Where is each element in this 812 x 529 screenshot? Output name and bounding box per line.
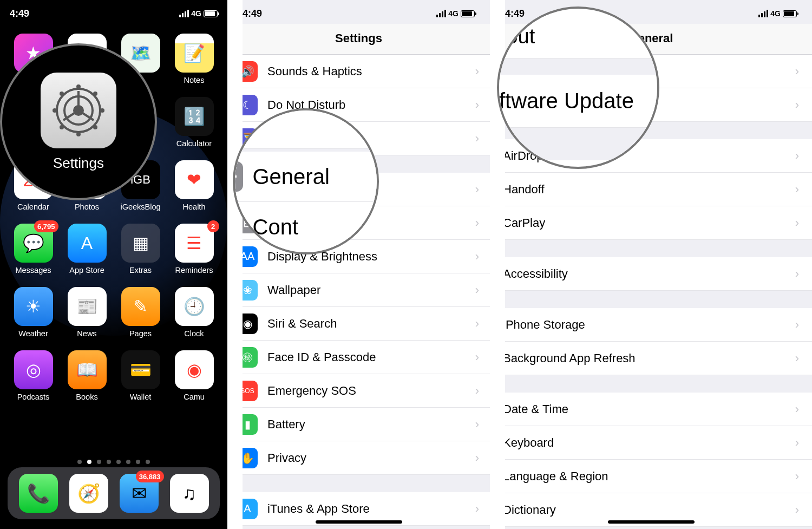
mag-row-software-update[interactable]: Software Update [497, 75, 659, 128]
app-label: Calendar [17, 203, 49, 211]
page-dots[interactable] [0, 460, 227, 464]
badge: 2 [207, 220, 219, 232]
general-row-iphone-storage[interactable]: iPhone Storage [490, 308, 812, 342]
status-network: 4G [448, 9, 459, 18]
chevron-icon [795, 351, 799, 365]
app-reminders[interactable]: ☰2Reminders [171, 224, 218, 286]
signal-icon [179, 10, 189, 17]
app-label: App Store [69, 266, 104, 275]
status-bar: 4:49 4G [0, 0, 227, 24]
app-label: Wallet [130, 393, 152, 401]
general-row-carplay[interactable]: CarPlay [490, 206, 812, 240]
svg-point-9 [93, 125, 97, 129]
mag-label-general: General [253, 165, 330, 189]
general-row-background-app-refresh[interactable]: Background App Refresh [490, 342, 812, 375]
app-label: Camu [184, 393, 205, 401]
settings-row-face-id-passcode[interactable]: ㊙Face ID & Passcode [227, 341, 490, 374]
app-clock[interactable]: 🕘Clock [171, 287, 218, 349]
row-label: Battery [267, 417, 475, 432]
row-label: Language & Region [503, 469, 795, 484]
status-right: 4G [179, 9, 218, 18]
settings-panel: 4:49 4G Settings 🔊Sounds & Haptics☾Do No… [227, 0, 490, 529]
status-network: 4G [191, 9, 201, 18]
settings-row-siri-search[interactable]: ◉Siri & Search [227, 307, 490, 341]
app-pages[interactable]: ✎Pages [117, 287, 164, 349]
page-dot[interactable] [146, 460, 150, 464]
chevron-icon [475, 216, 479, 230]
svg-point-8 [100, 108, 104, 113]
status-time: 4:49 [10, 8, 29, 19]
mag-row-general[interactable]: General [233, 152, 379, 202]
dock-safari[interactable]: 🧭 [69, 474, 108, 513]
app-label: Clock [184, 329, 204, 338]
dock-music[interactable]: ♫ [170, 474, 209, 513]
appstore-icon: A [68, 224, 107, 263]
general-row-keyboard[interactable]: Keyboard [490, 426, 812, 460]
battery-icon [461, 10, 475, 17]
chevron-icon [795, 436, 799, 450]
dock-phone[interactable]: 📞 [19, 474, 58, 513]
app-wallet[interactable]: 💳Wallet [117, 350, 164, 413]
clock-icon: 🕘 [175, 287, 214, 326]
app-notes[interactable]: 📝Notes [171, 34, 218, 96]
page-dot[interactable] [97, 460, 101, 464]
chevron-icon [795, 318, 799, 332]
app-news[interactable]: 📰News [63, 287, 110, 349]
home-indicator[interactable] [608, 520, 695, 524]
general-row-date-time[interactable]: Date & Time [490, 393, 812, 426]
extras-icon: ▦ [121, 224, 160, 263]
general-row-language-region[interactable]: Language & Region [490, 460, 812, 493]
app-messages[interactable]: 💬6,795Messages [10, 224, 57, 286]
page-dot[interactable] [87, 460, 91, 464]
row-label: Wallpaper [267, 283, 475, 297]
page-dot[interactable] [107, 460, 111, 464]
app-label: Photos [75, 203, 99, 211]
app-label: Notes [184, 76, 205, 84]
gear-icon [233, 161, 243, 192]
dock-mail[interactable]: ✉36,883 [120, 474, 159, 513]
section-gap [490, 240, 812, 257]
app-label: Reminders [175, 266, 213, 275]
general-row-accessibility[interactable]: Accessibility [490, 257, 812, 291]
row-label: Handoff [503, 182, 795, 197]
wallet-icon: 💳 [121, 350, 160, 389]
settings-app-label: Settings [53, 155, 104, 172]
chevron-icon [475, 98, 479, 112]
settings-row-do-not-disturb[interactable]: ☾Do Not Disturb [227, 88, 490, 122]
settings-app-icon[interactable] [41, 73, 116, 148]
signal-icon [758, 10, 768, 17]
page-dot[interactable] [136, 460, 140, 464]
app-extras[interactable]: ▦Extras [117, 224, 164, 286]
page-dot[interactable] [126, 460, 130, 464]
settings-row-display-brightness[interactable]: AADisplay & Brightness [227, 240, 490, 273]
home-indicator[interactable] [316, 520, 402, 524]
svg-point-11 [60, 125, 64, 129]
page-dot[interactable] [116, 460, 121, 464]
chevron-icon [795, 503, 799, 517]
svg-point-6 [76, 84, 81, 89]
chevron-icon [795, 98, 799, 112]
svg-point-10 [76, 132, 81, 136]
status-time: 4:49 [505, 8, 525, 19]
app-books[interactable]: 📖Books [63, 350, 110, 413]
app-camu[interactable]: ◉Camu [171, 350, 218, 413]
settings-row-sounds-haptics[interactable]: 🔊Sounds & Haptics [227, 55, 490, 88]
app-label: Health [183, 203, 206, 211]
magnifier-software-update-row: About Software Update [497, 6, 659, 169]
section-gap [227, 475, 490, 492]
app-label: News [77, 329, 96, 338]
app-calculator[interactable]: 🔢Calculator [171, 97, 218, 159]
settings-row-battery[interactable]: ▮Battery [227, 408, 490, 441]
app-weather[interactable]: ☀Weather [10, 287, 57, 349]
battery-icon [204, 10, 218, 17]
page-dot[interactable] [77, 460, 82, 464]
general-row-handoff[interactable]: Handoff [490, 173, 812, 206]
row-label: Siri & Search [267, 317, 475, 331]
settings-row-privacy[interactable]: ✋Privacy [227, 441, 490, 475]
app-podcasts[interactable]: ◎Podcasts [10, 350, 57, 413]
app-health[interactable]: ❤Health [171, 160, 218, 223]
app-appstore[interactable]: AApp Store [63, 224, 110, 286]
status-network: 4G [770, 9, 781, 18]
settings-row-emergency-sos[interactable]: SOSEmergency SOS [227, 374, 490, 408]
settings-row-wallpaper[interactable]: ❀Wallpaper [227, 273, 490, 307]
